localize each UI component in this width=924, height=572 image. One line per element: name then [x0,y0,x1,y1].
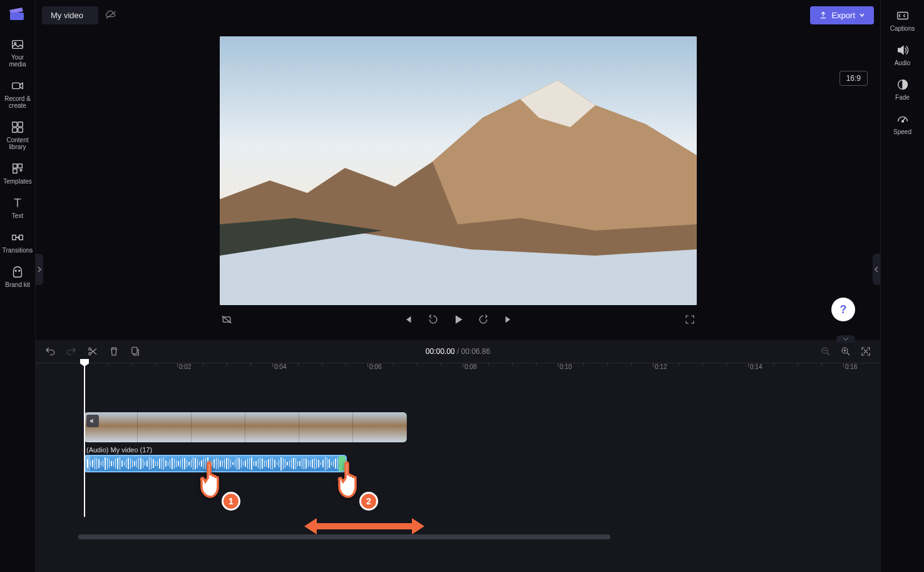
skip-back-icon[interactable] [401,313,415,326]
play-button[interactable] [451,313,465,326]
transitions-icon [11,231,24,244]
right-sidebar: Captions Audio Fade Speed [880,0,924,572]
templates-icon [11,162,24,175]
timeline-ruler[interactable]: 0:020:040:060:080:100:120:140:16 [36,363,880,378]
nav-captions[interactable]: Captions [884,4,921,38]
collapse-right-panel[interactable] [873,254,880,285]
svg-rect-7 [18,128,23,132]
nav-label: Brand kit [5,281,29,288]
fade-icon [896,78,910,91]
svg-rect-0 [10,13,24,20]
waveform [90,456,341,471]
zoom-out-button[interactable] [820,346,831,357]
current-time: 00:00.00 [426,347,455,356]
fit-timeline-button[interactable] [860,346,871,357]
undo-button[interactable] [44,346,56,357]
brandkit-icon [11,265,24,279]
timeline-section: 00:00.00 / 00:06.86 0:020:040:060:080:10… [36,340,880,572]
nav-audio[interactable]: Audio [884,38,921,73]
timeline-tracks[interactable]: (Audio) My video (17) [36,378,880,572]
svg-rect-6 [13,128,17,132]
svg-rect-1 [13,41,23,49]
top-bar: Export [36,0,880,30]
svg-rect-3 [13,83,20,88]
text-icon [11,196,24,210]
captions-icon [896,9,910,23]
nav-label: Text [12,212,23,219]
svg-point-14 [19,270,20,271]
project-title-input[interactable] [42,6,98,24]
total-duration: 00:06.86 [461,347,491,356]
svg-rect-11 [13,235,16,239]
clip-mute-icon[interactable] [86,415,99,427]
delete-button[interactable] [108,346,120,357]
left-sidebar: Your media Record & create Content libra… [0,0,36,572]
playhead[interactable] [84,360,85,517]
nav-label: Audio [895,60,911,66]
split-button[interactable] [87,346,98,357]
svg-rect-8 [13,164,17,168]
nav-label: Fade [895,94,910,101]
library-icon [11,120,24,134]
record-icon [11,79,24,93]
fullscreen-icon[interactable] [683,313,697,326]
audio-trim-end-handle[interactable] [339,455,347,472]
nav-record-create[interactable]: Record & create [2,74,33,115]
timeline-toolbar: 00:00.00 / 00:06.86 [36,340,880,363]
playback-controls [220,305,697,329]
nav-label: Your media [3,54,32,68]
nav-label: Record & create [3,95,32,109]
main-area: Export 16:9 [36,0,880,572]
export-label: Export [831,11,855,20]
nav-transitions[interactable]: Transitions [2,226,33,260]
chevron-down-icon [859,12,865,18]
nav-label: Speed [893,128,911,135]
cloud-sync-icon[interactable] [105,9,117,21]
nav-speed[interactable]: Speed [884,107,921,142]
nav-fade[interactable]: Fade [884,73,921,107]
audio-clip-label: (Audio) My video (17) [84,445,880,455]
timeline-timecode: 00:00.00 / 00:06.86 [426,347,490,356]
svg-rect-5 [18,122,23,127]
svg-point-24 [901,120,903,122]
nav-brand-kit[interactable]: Brand kit [2,260,33,294]
audio-icon [896,43,910,57]
duplicate-button[interactable] [130,346,141,357]
media-icon [11,38,24,51]
nav-label: Content library [3,137,32,150]
nav-label: Captions [890,25,915,32]
nav-your-media[interactable]: Your media [2,33,33,74]
video-preview[interactable] [220,36,697,305]
app-logo [8,5,27,21]
skip-forward-icon[interactable] [501,313,515,326]
aspect-ratio-button[interactable]: 16:9 [839,71,868,86]
audio-trim-start-handle[interactable] [85,456,90,471]
redo-button[interactable] [66,346,77,357]
nav-templates[interactable]: Templates [2,157,33,191]
export-button[interactable]: Export [810,6,874,24]
rewind-icon[interactable] [426,313,440,326]
help-button[interactable]: ? [831,298,855,321]
svg-rect-10 [13,169,17,173]
nav-text[interactable]: Text [2,191,33,226]
crop-icon[interactable] [220,313,234,326]
svg-point-13 [15,270,16,271]
nav-label: Templates [3,178,32,185]
preview-area: 16:9 ? [36,30,880,340]
nav-label: Transitions [3,247,33,254]
forward-icon[interactable] [476,313,490,326]
annotation-drag-arrow [302,516,427,537]
nav-content-library[interactable]: Content library [2,115,33,157]
svg-rect-4 [13,122,17,127]
audio-clip[interactable] [84,455,347,472]
svg-rect-19 [132,347,137,354]
zoom-in-button[interactable] [840,346,851,357]
video-clip[interactable] [84,412,407,442]
upload-icon [819,11,828,19]
speed-icon [896,112,910,126]
svg-rect-9 [18,164,22,168]
